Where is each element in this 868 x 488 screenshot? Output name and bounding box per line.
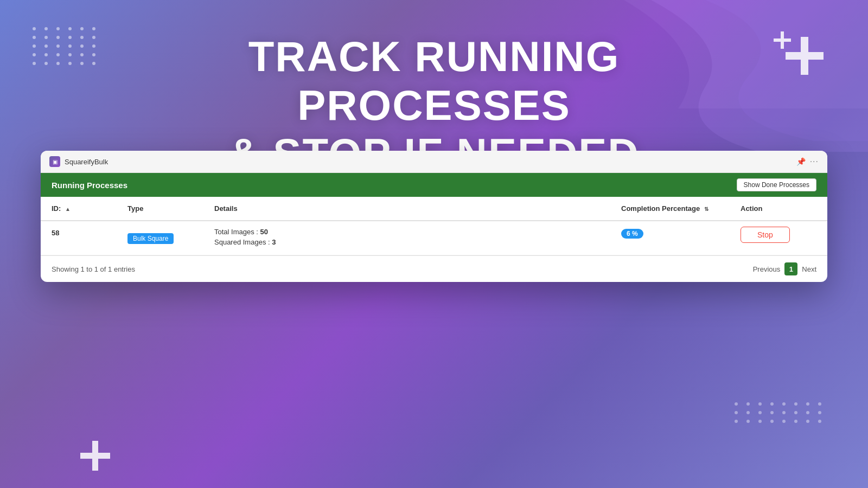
- completion-badge: 6 %: [621, 229, 643, 239]
- cell-action: Stop: [730, 221, 827, 255]
- panel-title: Running Processes: [52, 181, 127, 190]
- pagination-current[interactable]: 1: [784, 262, 797, 275]
- app-icon: [49, 156, 60, 167]
- col-header-action: Action: [730, 197, 827, 221]
- plus-bottomleft-icon: [80, 441, 110, 473]
- col-header-details: Details: [203, 197, 610, 221]
- pin-icon[interactable]: 📌: [796, 157, 806, 166]
- app-window: SquareifyBulk 📌 ··· Running Processes Sh…: [41, 151, 827, 282]
- type-badge: Bulk Square: [127, 233, 174, 244]
- sort-icon-completion: ⇅: [704, 206, 709, 212]
- svg-rect-5: [80, 453, 110, 459]
- stop-button[interactable]: Stop: [741, 227, 790, 243]
- col-header-type: Type: [117, 197, 203, 221]
- app-title: SquareifyBulk: [65, 158, 108, 166]
- processes-table: ID: ▲ Type Details Completion Percentage…: [41, 197, 827, 255]
- show-done-button[interactable]: Show Done Processes: [737, 178, 816, 191]
- table-row: 58 Bulk Square Total Images : 50 Squared…: [41, 221, 827, 255]
- sort-icon-id: ▲: [65, 206, 71, 212]
- table-header-row: ID: ▲ Type Details Completion Percentage…: [41, 197, 827, 221]
- col-header-id[interactable]: ID: ▲: [41, 197, 117, 221]
- pagination-prev[interactable]: Previous: [753, 265, 781, 273]
- panel-header: Running Processes Show Done Processes: [41, 173, 827, 197]
- window-titlebar: SquareifyBulk 📌 ···: [41, 151, 827, 173]
- table-container: ID: ▲ Type Details Completion Percentage…: [41, 197, 827, 255]
- decorative-dots-bottomright: [735, 402, 825, 423]
- more-options-icon[interactable]: ···: [810, 157, 819, 166]
- details-total-images: Total Images : 50: [214, 228, 599, 236]
- pagination: Previous 1 Next: [753, 262, 816, 275]
- cell-type: Bulk Square: [117, 221, 203, 255]
- details-squared-images: Squared Images : 3: [214, 238, 599, 246]
- entries-info: Showing 1 to 1 of 1 entries: [52, 265, 135, 273]
- cell-id: 58: [41, 221, 117, 255]
- pagination-next[interactable]: Next: [802, 265, 816, 273]
- cell-details: Total Images : 50 Squared Images : 3: [203, 221, 610, 255]
- table-footer: Showing 1 to 1 of 1 entries Previous 1 N…: [41, 255, 827, 282]
- col-header-completion[interactable]: Completion Percentage ⇅: [610, 197, 730, 221]
- cell-completion: 6 %: [610, 221, 730, 255]
- window-controls: 📌 ···: [796, 157, 819, 166]
- titlebar-left: SquareifyBulk: [49, 156, 108, 167]
